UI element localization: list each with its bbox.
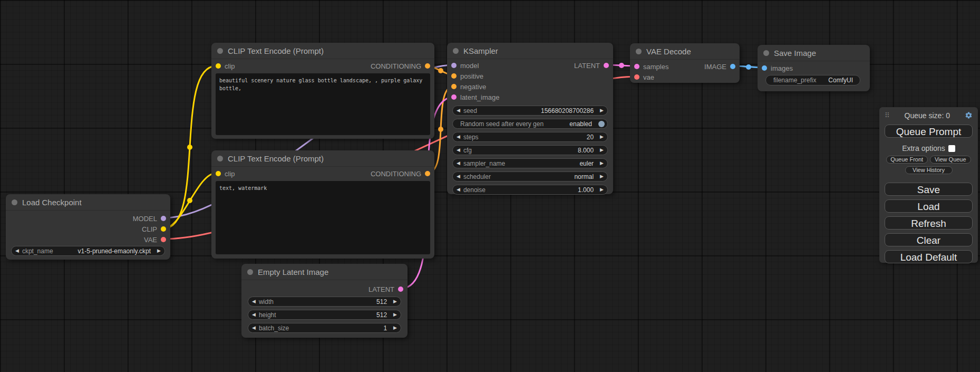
- queue-prompt-button[interactable]: Queue Prompt: [885, 125, 973, 138]
- input-slot-clip[interactable]: [216, 171, 221, 176]
- decrement-icon[interactable]: ◀: [252, 299, 256, 304]
- extra-options-checkbox[interactable]: [948, 145, 955, 152]
- view-queue-button[interactable]: View Queue: [930, 156, 972, 164]
- input-label: latent_image: [460, 93, 499, 101]
- clear-button[interactable]: Clear: [885, 233, 973, 246]
- widget-label: width: [259, 298, 274, 306]
- node-title-bar[interactable]: Empty Latent Image: [241, 264, 407, 280]
- output-slot-clip[interactable]: [161, 226, 166, 232]
- filename-prefix-widget[interactable]: filename_prefix ComfyUI: [765, 75, 860, 85]
- node-title-bar[interactable]: VAE Decode: [630, 43, 740, 60]
- input-slot-clip[interactable]: [216, 63, 221, 69]
- collapse-dot-icon[interactable]: [453, 48, 459, 54]
- scheduler-widget[interactable]: ◀ scheduler normal ▶: [452, 171, 608, 182]
- node-title-bar[interactable]: Load Checkpoint: [6, 194, 170, 211]
- toggle-enabled-icon[interactable]: [598, 121, 605, 127]
- input-slot-model[interactable]: [451, 63, 457, 68]
- widget-value: 1.000: [578, 186, 594, 194]
- decrement-icon[interactable]: ◀: [457, 161, 460, 166]
- decrement-icon[interactable]: ◀: [457, 174, 460, 179]
- gear-icon[interactable]: [965, 111, 973, 119]
- width-widget[interactable]: ◀ width 512 ▶: [248, 297, 401, 307]
- decrement-icon[interactable]: ◀: [252, 326, 256, 330]
- increment-icon[interactable]: ▶: [600, 187, 604, 192]
- input-row-negative: negative: [447, 81, 613, 92]
- node-title-bar[interactable]: CLIP Text Encode (Prompt): [211, 43, 434, 59]
- node-clip-text-encode-negative[interactable]: CLIP Text Encode (Prompt) clip CONDITION…: [211, 150, 434, 259]
- view-history-button[interactable]: View History: [905, 166, 953, 174]
- output-slot-image[interactable]: [730, 64, 735, 69]
- widget-value: normal: [574, 173, 594, 180]
- node-title-bar[interactable]: Save Image: [758, 45, 870, 61]
- increment-icon[interactable]: ▶: [600, 108, 604, 113]
- widget-value: v1-5-pruned-emaonly.ckpt: [78, 247, 151, 255]
- node-vae-decode[interactable]: VAE Decode samples IMAGE vae: [630, 43, 740, 83]
- random-seed-toggle-widget[interactable]: Random seed after every gen enabled: [452, 119, 608, 129]
- drag-handle-icon[interactable]: ⠿: [885, 111, 890, 119]
- increment-icon[interactable]: ▶: [600, 161, 604, 166]
- seed-widget[interactable]: ◀ seed 156680208700286 ▶: [452, 106, 608, 116]
- increment-icon[interactable]: ▶: [600, 135, 604, 139]
- decrement-icon[interactable]: ◀: [15, 249, 19, 253]
- cfg-widget[interactable]: ◀ cfg 8.000 ▶: [452, 145, 608, 155]
- node-empty-latent-image[interactable]: Empty Latent Image LATENT ◀ width 512 ▶ …: [241, 264, 407, 338]
- output-slot-latent[interactable]: [398, 287, 403, 292]
- denoise-widget[interactable]: ◀ denoise 1.000 ▶: [452, 185, 608, 195]
- node-clip-text-encode-positive[interactable]: CLIP Text Encode (Prompt) clip CONDITION…: [211, 43, 434, 139]
- input-slot-images[interactable]: [762, 65, 767, 71]
- view-history-row: View History: [885, 166, 973, 174]
- prompt-textarea[interactable]: text, watermark: [216, 181, 430, 254]
- output-label: IMAGE: [704, 63, 726, 71]
- input-slot-positive[interactable]: [451, 73, 457, 79]
- output-slot-latent[interactable]: [604, 63, 609, 68]
- output-label: LATENT: [574, 62, 600, 70]
- queue-front-button[interactable]: Queue Front: [886, 156, 928, 164]
- collapse-dot-icon[interactable]: [12, 199, 17, 205]
- collapse-dot-icon[interactable]: [763, 50, 769, 56]
- output-slot-vae[interactable]: [161, 237, 166, 242]
- load-button[interactable]: Load: [885, 199, 973, 213]
- node-title-bar[interactable]: CLIP Text Encode (Prompt): [211, 150, 434, 167]
- decrement-icon[interactable]: ◀: [457, 148, 460, 152]
- batch-size-widget[interactable]: ◀ batch_size 1 ▶: [248, 323, 401, 333]
- node-save-image[interactable]: Save Image images filename_prefix ComfyU…: [758, 45, 870, 91]
- ckpt-name-widget[interactable]: ◀ ckpt_name v1-5-pruned-emaonly.ckpt ▶: [11, 246, 165, 256]
- output-slot-conditioning[interactable]: [425, 171, 430, 176]
- input-slot-latent-image[interactable]: [451, 94, 457, 100]
- input-slot-samples[interactable]: [634, 64, 639, 69]
- node-load-checkpoint[interactable]: Load Checkpoint MODEL CLIP VAE ◀ ckpt_na…: [6, 194, 170, 260]
- refresh-button[interactable]: Refresh: [885, 216, 973, 230]
- increment-icon[interactable]: ▶: [157, 249, 161, 253]
- height-widget[interactable]: ◀ height 512 ▶: [248, 310, 401, 320]
- decrement-icon[interactable]: ◀: [252, 312, 256, 317]
- collapse-dot-icon[interactable]: [636, 49, 642, 54]
- steps-widget[interactable]: ◀ steps 20 ▶: [452, 132, 608, 142]
- decrement-icon[interactable]: ◀: [457, 187, 460, 192]
- input-label: vae: [643, 73, 654, 81]
- output-slot-conditioning[interactable]: [425, 63, 430, 69]
- increment-icon[interactable]: ▶: [393, 326, 397, 330]
- increment-icon[interactable]: ▶: [393, 299, 397, 304]
- sampler-name-widget[interactable]: ◀ sampler_name euler ▶: [452, 158, 608, 168]
- output-slot-model[interactable]: [161, 216, 166, 221]
- load-default-button[interactable]: Load Default: [885, 250, 973, 263]
- save-button[interactable]: Save: [885, 183, 973, 196]
- increment-icon[interactable]: ▶: [600, 174, 604, 179]
- slot-row: samples IMAGE: [630, 61, 740, 72]
- collapse-dot-icon[interactable]: [217, 48, 223, 54]
- decrement-icon[interactable]: ◀: [457, 135, 460, 139]
- widget-value: 512: [376, 298, 387, 306]
- increment-icon[interactable]: ▶: [393, 312, 397, 317]
- collapse-dot-icon[interactable]: [247, 269, 253, 275]
- input-slot-negative[interactable]: [451, 84, 457, 89]
- node-ksampler[interactable]: KSampler model LATENT positive negative …: [447, 43, 613, 194]
- input-row-vae: vae: [630, 72, 740, 82]
- input-slot-vae[interactable]: [634, 74, 639, 80]
- comfyui-canvas[interactable]: { "icons": { "left_arrow": "◀", "right_a…: [0, 0, 980, 372]
- input-group-clip: clip: [216, 62, 235, 70]
- prompt-textarea[interactable]: beautiful scenery nature glass bottle la…: [216, 73, 430, 135]
- decrement-icon[interactable]: ◀: [457, 108, 460, 113]
- increment-icon[interactable]: ▶: [600, 148, 604, 152]
- node-title-bar[interactable]: KSampler: [447, 43, 613, 59]
- collapse-dot-icon[interactable]: [217, 156, 223, 161]
